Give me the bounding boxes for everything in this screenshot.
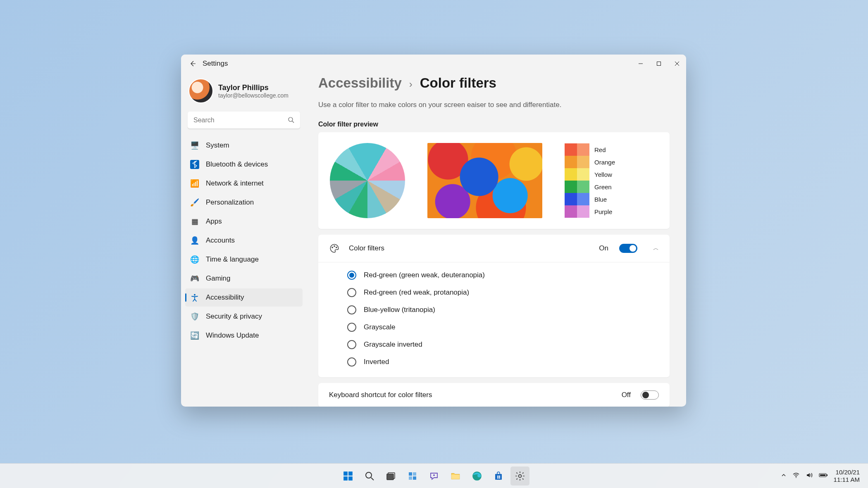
color-filter-option-1[interactable]: Red-green (red weak, protanopia) xyxy=(336,284,670,301)
svg-rect-1 xyxy=(657,62,661,66)
color-wheel-preview xyxy=(330,143,405,218)
sidebar-item-label: Windows Update xyxy=(206,331,259,340)
system-tray: 10/20/21 11:11 AM xyxy=(781,469,868,483)
sidebar-item-apps[interactable]: ▦Apps xyxy=(185,212,303,231)
svg-rect-17 xyxy=(387,474,393,480)
color-filter-option-3[interactable]: Grayscale xyxy=(336,319,670,336)
🛡️-icon: 🛡️ xyxy=(190,312,199,321)
avatar xyxy=(188,79,213,103)
page-description: Use a color filter to make colors on you… xyxy=(318,101,670,109)
keyboard-shortcut-toggle[interactable] xyxy=(641,390,659,400)
svg-rect-10 xyxy=(343,471,348,476)
svg-point-9 xyxy=(336,247,337,248)
radio-icon xyxy=(347,357,356,367)
volume-icon[interactable] xyxy=(806,471,813,480)
accessibility-icon xyxy=(190,293,199,302)
profile-name: Taylor Phillips xyxy=(218,83,289,92)
svg-rect-13 xyxy=(348,476,353,481)
taskview-button[interactable] xyxy=(382,467,401,486)
color-filters-expander[interactable]: Color filters On ︿ xyxy=(318,235,670,262)
settings-taskbar-button[interactable] xyxy=(510,467,529,486)
color-filter-option-5[interactable]: Inverted xyxy=(336,353,670,371)
search-icon xyxy=(288,117,294,125)
settings-window: Settings Taylor Phillips taylor@bellowsc… xyxy=(181,55,686,407)
start-button[interactable] xyxy=(339,467,358,486)
color-filters-toggle[interactable] xyxy=(619,244,637,253)
color-filter-option-label: Inverted xyxy=(364,358,389,366)
color-filter-option-label: Grayscale inverted xyxy=(364,340,422,349)
taskbar-clock[interactable]: 10/20/21 11:11 AM xyxy=(834,469,860,483)
close-button[interactable] xyxy=(668,55,686,73)
search-input[interactable] xyxy=(188,112,300,129)
color-filter-option-label: Blue-yellow (tritanopia) xyxy=(364,306,435,314)
battery-icon[interactable] xyxy=(819,472,828,479)
arrow-left-icon xyxy=(189,60,196,67)
sidebar-item-personalization[interactable]: 🖌️Personalization xyxy=(185,193,303,212)
page-title: Color filters xyxy=(420,75,496,91)
nav-list: 🖥️SystemBluetooth & devices📶Network & in… xyxy=(185,136,303,345)
store-button[interactable] xyxy=(489,467,508,486)
maximize-button[interactable] xyxy=(650,55,668,73)
edge-button[interactable] xyxy=(467,467,486,486)
color-filter-option-4[interactable]: Grayscale inverted xyxy=(336,336,670,353)
back-button[interactable] xyxy=(187,58,198,69)
svg-rect-12 xyxy=(343,476,348,481)
user-profile[interactable]: Taylor Phillips taylor@bellowscollege.co… xyxy=(185,76,303,110)
svg-point-4 xyxy=(289,117,293,121)
sidebar: Taylor Phillips taylor@bellowscollege.co… xyxy=(181,73,307,407)
svg-rect-27 xyxy=(499,476,500,477)
radio-icon xyxy=(347,323,356,332)
swatch-pair xyxy=(565,143,589,156)
sidebar-item-security-privacy[interactable]: 🛡️Security & privacy xyxy=(185,307,303,326)
svg-rect-18 xyxy=(409,472,412,476)
taskbar-pinned-apps xyxy=(339,467,529,486)
store-icon xyxy=(494,471,503,481)
search-button[interactable] xyxy=(360,467,379,486)
swatch xyxy=(577,193,589,205)
chat-button[interactable] xyxy=(424,467,444,486)
breadcrumb-separator: › xyxy=(409,79,413,90)
chat-icon xyxy=(429,471,439,481)
sidebar-item-gaming[interactable]: 🎮Gaming xyxy=(185,269,303,288)
color-filters-title: Color filters xyxy=(349,244,384,252)
radio-icon xyxy=(347,271,356,280)
file-explorer-button[interactable] xyxy=(446,467,465,486)
swatch xyxy=(565,143,577,156)
taskbar-date: 10/20/21 xyxy=(834,469,860,476)
sidebar-item-label: Gaming xyxy=(206,274,231,283)
svg-line-15 xyxy=(371,478,374,480)
wifi-icon[interactable] xyxy=(792,471,800,480)
keyboard-shortcut-status: Off xyxy=(622,391,631,399)
sidebar-item-label: System xyxy=(206,141,229,150)
▦-icon: ▦ xyxy=(190,217,199,226)
sidebar-item-system[interactable]: 🖥️System xyxy=(185,136,303,155)
swatch-row-yellow: Yellow xyxy=(565,168,615,181)
bluetooth-icon xyxy=(190,160,199,169)
sidebar-item-time-language[interactable]: 🌐Time & language xyxy=(185,250,303,269)
swatch xyxy=(577,156,589,168)
color-filter-option-2[interactable]: Blue-yellow (tritanopia) xyxy=(336,301,670,319)
color-filter-option-label: Red-green (green weak, deuteranopia) xyxy=(364,271,485,279)
sidebar-item-windows-update[interactable]: 🔄Windows Update xyxy=(185,326,303,345)
sidebar-item-accounts[interactable]: 👤Accounts xyxy=(185,231,303,250)
swatch-row-orange: Orange xyxy=(565,156,615,168)
svg-point-8 xyxy=(334,246,335,247)
sidebar-item-network-internet[interactable]: 📶Network & internet xyxy=(185,174,303,193)
folder-icon xyxy=(450,471,461,481)
sidebar-item-accessibility[interactable]: Accessibility xyxy=(185,288,303,307)
color-filter-option-0[interactable]: Red-green (green weak, deuteranopia) xyxy=(336,267,670,284)
breadcrumb-parent[interactable]: Accessibility xyxy=(318,75,402,91)
widgets-button[interactable] xyxy=(403,467,422,486)
color-filter-option-label: Red-green (red weak, protanopia) xyxy=(364,288,469,297)
main-content: Accessibility › Color filters Use a colo… xyxy=(307,73,686,407)
tray-overflow-button[interactable] xyxy=(781,472,787,479)
gear-icon xyxy=(515,471,525,481)
minimize-button[interactable] xyxy=(632,55,650,73)
swatch-label: Orange xyxy=(594,159,615,166)
window-controls xyxy=(632,55,686,73)
svg-line-5 xyxy=(292,121,294,123)
sidebar-item-bluetooth-devices[interactable]: Bluetooth & devices xyxy=(185,155,303,174)
swatch-label: Green xyxy=(594,183,612,190)
🖌️-icon: 🖌️ xyxy=(190,198,199,207)
palette-icon xyxy=(329,243,340,254)
